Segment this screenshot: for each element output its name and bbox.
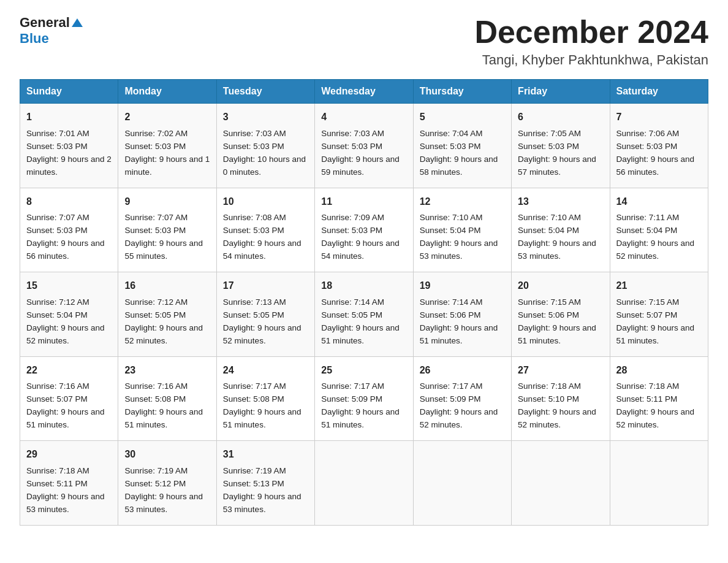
sunset-text: Sunset: 5:03 PM (616, 142, 678, 151)
sunrise-text: Sunrise: 7:05 AM (518, 129, 581, 138)
sunrise-text: Sunrise: 7:01 AM (26, 129, 89, 138)
calendar-cell: 5Sunrise: 7:04 AMSunset: 5:03 PMDaylight… (413, 104, 511, 188)
daylight-text: Daylight: 9 hours and 55 minutes. (124, 239, 203, 261)
sunrise-text: Sunrise: 7:15 AM (616, 297, 680, 307)
calendar-cell: 28Sunrise: 7:18 AMSunset: 5:11 PMDayligh… (610, 356, 708, 440)
sunrise-text: Sunrise: 7:11 AM (616, 213, 680, 222)
day-number: 18 (321, 278, 406, 294)
daylight-text: Daylight: 9 hours and 51 minutes. (616, 323, 695, 345)
sunset-text: Sunset: 5:04 PM (420, 226, 481, 235)
day-number: 25 (321, 363, 406, 378)
day-number: 4 (321, 110, 406, 125)
day-number: 13 (518, 194, 603, 210)
day-number: 16 (124, 278, 210, 294)
daylight-text: Daylight: 9 hours and 51 minutes. (223, 407, 301, 429)
sunset-text: Sunset: 5:05 PM (124, 310, 186, 320)
sunrise-text: Sunrise: 7:17 AM (223, 381, 286, 391)
column-header-sunday: Sunday (20, 80, 118, 104)
daylight-text: Daylight: 9 hours and 51 minutes. (518, 323, 596, 345)
daylight-text: Daylight: 9 hours and 52 minutes. (616, 239, 695, 261)
calendar-table: SundayMondayTuesdayWednesdayThursdayFrid… (20, 79, 708, 525)
daylight-text: Daylight: 9 hours and 54 minutes. (223, 239, 301, 261)
calendar-cell: 27Sunrise: 7:18 AMSunset: 5:10 PMDayligh… (512, 356, 610, 440)
sunrise-text: Sunrise: 7:18 AM (26, 466, 89, 475)
column-header-wednesday: Wednesday (315, 80, 413, 104)
calendar-week-row: 8Sunrise: 7:07 AMSunset: 5:03 PMDaylight… (20, 188, 708, 272)
sunrise-text: Sunrise: 7:17 AM (420, 381, 483, 391)
daylight-text: Daylight: 10 hours and 0 minutes. (223, 155, 306, 177)
daylight-text: Daylight: 9 hours and 58 minutes. (420, 155, 498, 177)
sunrise-text: Sunrise: 7:18 AM (518, 381, 581, 391)
sunrise-text: Sunrise: 7:03 AM (223, 129, 286, 138)
day-number: 11 (321, 194, 406, 210)
sunrise-text: Sunrise: 7:14 AM (420, 297, 483, 307)
sunset-text: Sunset: 5:03 PM (420, 142, 481, 151)
sunset-text: Sunset: 5:04 PM (616, 226, 678, 235)
sunset-text: Sunset: 5:03 PM (26, 226, 88, 235)
month-title: December 2024 (474, 15, 708, 50)
day-number: 3 (223, 110, 308, 125)
sunrise-text: Sunrise: 7:14 AM (321, 297, 384, 307)
daylight-text: Daylight: 9 hours and 56 minutes. (616, 155, 695, 177)
day-number: 19 (420, 278, 505, 294)
calendar-week-row: 22Sunrise: 7:16 AMSunset: 5:07 PMDayligh… (20, 356, 708, 440)
column-header-monday: Monday (118, 80, 216, 104)
sunset-text: Sunset: 5:11 PM (616, 394, 678, 404)
calendar-cell: 8Sunrise: 7:07 AMSunset: 5:03 PMDaylight… (20, 188, 118, 272)
logo: General Blue (20, 15, 83, 47)
title-area: December 2024 Tangi, Khyber Pakhtunkhwa,… (474, 15, 708, 68)
sunrise-text: Sunrise: 7:09 AM (321, 213, 384, 222)
daylight-text: Daylight: 9 hours and 53 minutes. (223, 492, 301, 514)
calendar-cell: 11Sunrise: 7:09 AMSunset: 5:03 PMDayligh… (315, 188, 413, 272)
day-number: 12 (420, 194, 505, 210)
day-number: 23 (124, 363, 210, 378)
calendar-cell: 4Sunrise: 7:03 AMSunset: 5:03 PMDaylight… (315, 104, 413, 188)
calendar-header-row: SundayMondayTuesdayWednesdayThursdayFrid… (20, 80, 708, 104)
calendar-cell: 16Sunrise: 7:12 AMSunset: 5:05 PMDayligh… (118, 272, 216, 356)
daylight-text: Daylight: 9 hours and 52 minutes. (420, 407, 498, 429)
sunrise-text: Sunrise: 7:08 AM (223, 213, 286, 222)
calendar-week-row: 1Sunrise: 7:01 AMSunset: 5:03 PMDaylight… (20, 104, 708, 188)
svg-marker-0 (72, 18, 83, 27)
calendar-cell: 19Sunrise: 7:14 AMSunset: 5:06 PMDayligh… (413, 272, 511, 356)
sunset-text: Sunset: 5:12 PM (124, 479, 186, 488)
daylight-text: Daylight: 9 hours and 2 minutes. (26, 155, 112, 177)
sunrise-text: Sunrise: 7:18 AM (616, 381, 680, 391)
calendar-week-row: 15Sunrise: 7:12 AMSunset: 5:04 PMDayligh… (20, 272, 708, 356)
day-number: 28 (616, 363, 702, 378)
calendar-cell (512, 441, 610, 525)
daylight-text: Daylight: 9 hours and 54 minutes. (321, 239, 400, 261)
sunrise-text: Sunrise: 7:02 AM (124, 129, 188, 138)
sunrise-text: Sunrise: 7:16 AM (26, 381, 89, 391)
daylight-text: Daylight: 9 hours and 51 minutes. (321, 323, 400, 345)
calendar-cell: 22Sunrise: 7:16 AMSunset: 5:07 PMDayligh… (20, 356, 118, 440)
sunrise-text: Sunrise: 7:16 AM (124, 381, 188, 391)
day-number: 17 (223, 278, 308, 294)
sunrise-text: Sunrise: 7:06 AM (616, 129, 680, 138)
sunrise-text: Sunrise: 7:17 AM (321, 381, 384, 391)
logo-general: General (20, 15, 70, 31)
sunset-text: Sunset: 5:03 PM (223, 226, 284, 235)
day-number: 14 (616, 194, 702, 210)
sunrise-text: Sunrise: 7:12 AM (26, 297, 89, 307)
sunrise-text: Sunrise: 7:03 AM (321, 129, 384, 138)
sunset-text: Sunset: 5:03 PM (124, 142, 186, 151)
calendar-cell: 17Sunrise: 7:13 AMSunset: 5:05 PMDayligh… (216, 272, 314, 356)
calendar-cell: 2Sunrise: 7:02 AMSunset: 5:03 PMDaylight… (118, 104, 216, 188)
sunset-text: Sunset: 5:13 PM (223, 479, 284, 488)
calendar-cell: 26Sunrise: 7:17 AMSunset: 5:09 PMDayligh… (413, 356, 511, 440)
location-title: Tangi, Khyber Pakhtunkhwa, Pakistan (474, 52, 708, 68)
day-number: 31 (223, 447, 308, 462)
sunset-text: Sunset: 5:09 PM (420, 394, 481, 404)
calendar-cell: 6Sunrise: 7:05 AMSunset: 5:03 PMDaylight… (512, 104, 610, 188)
sunset-text: Sunset: 5:11 PM (26, 479, 88, 488)
sunrise-text: Sunrise: 7:15 AM (518, 297, 581, 307)
day-number: 22 (26, 363, 112, 378)
day-number: 26 (420, 363, 505, 378)
calendar-week-row: 29Sunrise: 7:18 AMSunset: 5:11 PMDayligh… (20, 441, 708, 525)
day-number: 9 (124, 194, 210, 210)
calendar-cell (413, 441, 511, 525)
daylight-text: Daylight: 9 hours and 52 minutes. (616, 407, 695, 429)
calendar-cell: 1Sunrise: 7:01 AMSunset: 5:03 PMDaylight… (20, 104, 118, 188)
sunset-text: Sunset: 5:06 PM (518, 310, 579, 320)
